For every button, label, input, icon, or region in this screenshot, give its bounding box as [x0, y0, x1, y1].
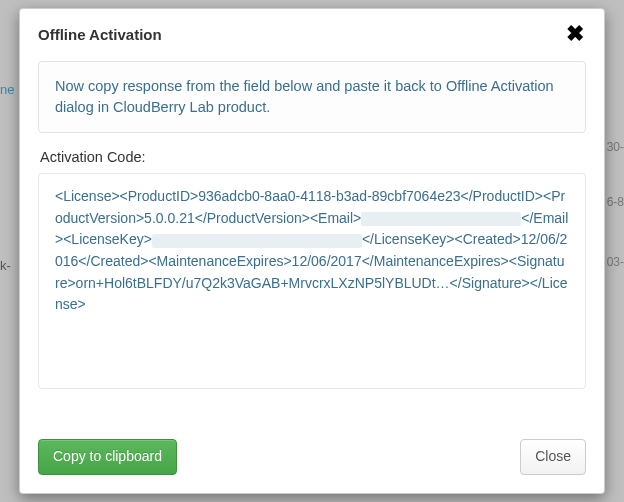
bg-fragment: 30- — [607, 140, 624, 154]
close-icon[interactable]: ✖ — [564, 23, 586, 45]
modal-footer: Copy to clipboard Close — [20, 425, 604, 493]
redacted-email — [361, 212, 521, 226]
activation-code-box[interactable]: <License><ProductID>936adcb0-8aa0-4118-b… — [38, 173, 586, 389]
redacted-license-key — [152, 234, 362, 248]
bg-fragment: ne — [0, 82, 14, 97]
instruction-text: Now copy response from the field below a… — [38, 61, 586, 133]
modal-title: Offline Activation — [38, 26, 162, 43]
bg-fragment: 6-8 — [607, 195, 624, 209]
bg-fragment: k- — [0, 258, 11, 273]
copy-to-clipboard-button[interactable]: Copy to clipboard — [38, 439, 177, 475]
close-button[interactable]: Close — [520, 439, 586, 475]
bg-fragment: 03- — [607, 255, 624, 269]
offline-activation-modal: Offline Activation ✖ Now copy response f… — [19, 8, 605, 494]
modal-body: Now copy response from the field below a… — [20, 57, 604, 425]
modal-header: Offline Activation ✖ — [20, 9, 604, 57]
activation-code-label: Activation Code: — [40, 149, 586, 165]
